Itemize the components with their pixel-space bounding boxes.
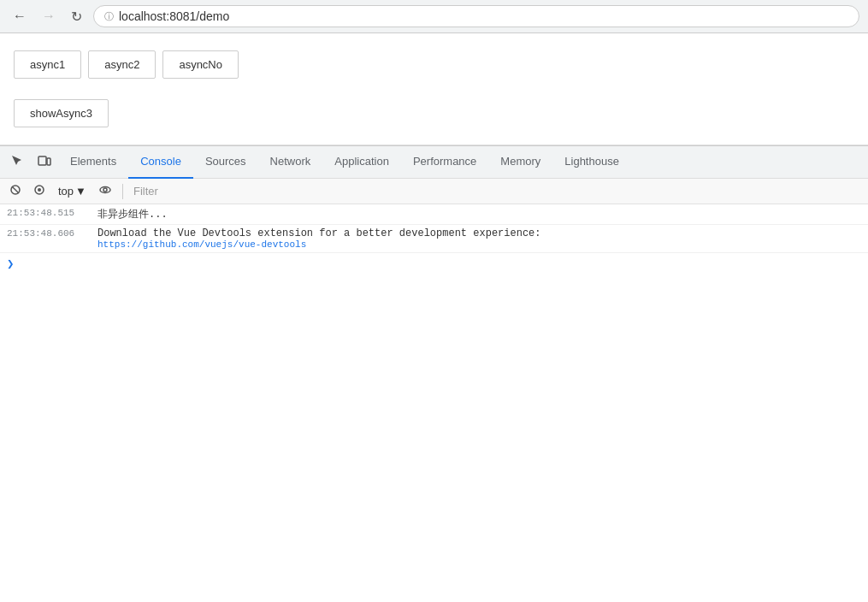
page-content: async1 async2 asyncNo showAsync3 [0, 33, 868, 145]
lock-icon: ⓘ [104, 10, 114, 23]
console-line-1: 21:53:48.515 非异步组件... [0, 204, 868, 225]
browser-chrome: ← → ↻ ⓘ localhost:8081/demo [0, 0, 868, 33]
button-row-2: showAsync3 [14, 92, 854, 127]
timestamp-2: 21:53:48.606 [7, 227, 92, 239]
svg-rect-1 [47, 158, 50, 165]
address-bar[interactable]: ⓘ localhost:8081/demo [93, 5, 859, 27]
console-message-2-text: Download the Vue Devtools extension for … [97, 227, 861, 239]
console-prompt: ❯ [0, 253, 868, 274]
devtools-tabs: Elements Console Sources Network Applica… [0, 146, 868, 179]
filter-button[interactable] [29, 181, 50, 201]
dropdown-arrow-icon: ▼ [75, 185, 86, 198]
forward-button[interactable]: → [38, 7, 60, 26]
svg-line-3 [12, 186, 19, 193]
console-message-1: 非异步组件... [97, 207, 861, 221]
tab-application[interactable]: Application [322, 146, 401, 179]
console-message-2: Download the Vue Devtools extension for … [97, 227, 861, 250]
showasync3-button[interactable]: showAsync3 [14, 99, 109, 127]
prompt-arrow-icon: ❯ [7, 257, 14, 271]
vue-devtools-link[interactable]: https://github.com/vuejs/vue-devtools [97, 239, 861, 250]
timestamp-1: 21:53:48.515 [7, 207, 92, 218]
toolbar-divider [122, 184, 123, 199]
asyncno-button[interactable]: asyncNo [162, 50, 239, 79]
tab-network[interactable]: Network [258, 146, 323, 179]
context-label: top [58, 185, 74, 198]
clear-console-button[interactable] [5, 181, 26, 201]
tab-memory[interactable]: Memory [488, 146, 552, 179]
svg-point-7 [103, 188, 107, 192]
context-selector[interactable]: top ▼ [53, 183, 92, 199]
tab-sources[interactable]: Sources [193, 146, 258, 179]
tab-console[interactable]: Console [128, 146, 193, 179]
devtools-toolbar: top ▼ [0, 179, 868, 204]
filter-input[interactable] [130, 183, 863, 199]
eye-button[interactable] [95, 181, 115, 201]
reload-button[interactable]: ↻ [67, 7, 86, 27]
devtools-panel: Elements Console Sources Network Applica… [0, 145, 868, 505]
tab-lighthouse[interactable]: Lighthouse [552, 146, 631, 179]
console-output: 21:53:48.515 非异步组件... 21:53:48.606 Downl… [0, 204, 868, 505]
inspect-element-button[interactable] [3, 149, 31, 175]
tab-performance[interactable]: Performance [401, 146, 488, 179]
svg-rect-0 [38, 156, 46, 165]
device-toggle-button[interactable] [31, 149, 58, 175]
button-row-1: async1 async2 asyncNo [14, 50, 854, 79]
async1-button[interactable]: async1 [14, 50, 81, 79]
back-button[interactable]: ← [9, 7, 31, 26]
async2-button[interactable]: async2 [88, 50, 156, 79]
tab-elements[interactable]: Elements [58, 146, 128, 179]
console-line-2: 21:53:48.606 Download the Vue Devtools e… [0, 225, 868, 253]
svg-point-5 [38, 188, 41, 192]
url-text: localhost:8081/demo [119, 9, 229, 23]
